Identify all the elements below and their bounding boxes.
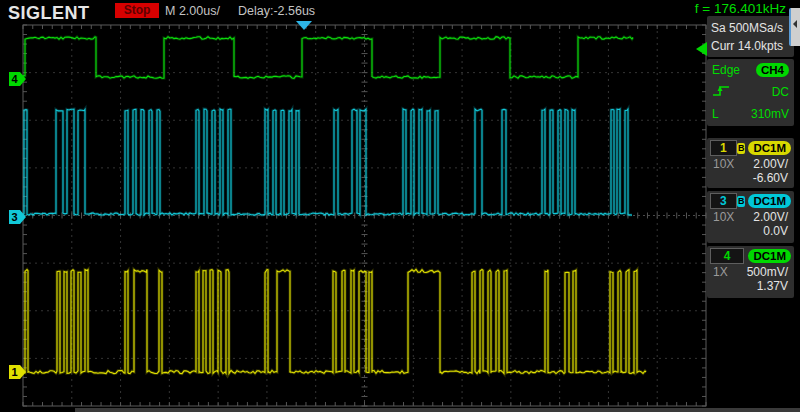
run-state-badge[interactable]: Stop	[115, 3, 159, 18]
channel-3-number[interactable]: 3	[710, 193, 737, 209]
rising-edge-icon	[712, 83, 732, 101]
trigger-panel[interactable]: Edge CH4 DC L 310mV	[707, 59, 794, 126]
trigger-source-chip[interactable]: CH4	[756, 63, 789, 77]
ch4-trace-glow	[23, 37, 633, 79]
trigger-type-label: Edge	[712, 63, 740, 77]
brand-logo: SIGLENT	[8, 2, 90, 24]
bottom-strip	[75, 408, 800, 412]
waveform-display: 431	[0, 0, 800, 412]
trigger-coupling: DC	[772, 85, 789, 99]
marker-label: 3	[11, 211, 17, 223]
sample-rate-readout: Sa 500MSa/s	[711, 19, 792, 37]
probe-attenuation: 10X	[713, 210, 734, 224]
volts-per-div: 500mV/	[747, 265, 788, 279]
channel-4-coupling-chip[interactable]: DC1M	[748, 249, 791, 263]
channel-4-panel[interactable]: 4 DC1M 1X500mV/ 1.37V	[707, 246, 794, 298]
channel-1-panel[interactable]: 1 B DC1M 10X2.00V/ -6.60V	[707, 138, 794, 188]
channel-3-panel[interactable]: 3 B DC1M 10X2.00V/ 0.0V	[707, 191, 794, 243]
channel-4-number[interactable]: 4	[710, 248, 744, 264]
ch3-trace-glow	[23, 109, 632, 215]
volts-per-div: 2.00V/	[753, 210, 788, 224]
trigger-level-label: L	[712, 107, 719, 121]
frequency-counter: f = 176.401kHz	[695, 1, 786, 16]
bw-limit-badge: B	[737, 196, 746, 207]
channel-1-number[interactable]: 1	[710, 140, 737, 156]
marker-label: 1	[11, 366, 17, 378]
probe-attenuation: 1X	[713, 265, 728, 279]
oscilloscope-screen: 431 SIGLENT Stop M 2.00us/ Delay:-2.56us…	[0, 0, 800, 412]
menu-tab[interactable]	[789, 8, 800, 46]
channel-1-coupling-chip[interactable]: DC1M	[748, 141, 791, 155]
timebase-readout: M 2.00us/	[165, 4, 220, 18]
channel-3-coupling-chip[interactable]: DC1M	[748, 194, 791, 208]
channel-offset: -6.60V	[753, 171, 788, 185]
marker-label: 4	[11, 73, 18, 85]
memory-depth-readout: Curr 14.0kpts	[711, 37, 792, 55]
volts-per-div: 2.00V/	[753, 157, 788, 171]
channel-offset: 1.37V	[757, 279, 788, 293]
menu-collapse-icon	[793, 20, 797, 28]
bw-limit-badge: B	[737, 143, 746, 154]
acquisition-panel: Sa 500MSa/s Curr 14.0kpts	[707, 16, 794, 57]
trigger-level-value: 310mV	[751, 107, 789, 121]
probe-attenuation: 10X	[713, 157, 734, 171]
channel-offset: 0.0V	[763, 224, 788, 238]
ch4-trace	[23, 37, 633, 79]
trigger-level-marker[interactable]	[696, 42, 707, 56]
delay-readout: Delay:-2.56us	[238, 4, 315, 18]
